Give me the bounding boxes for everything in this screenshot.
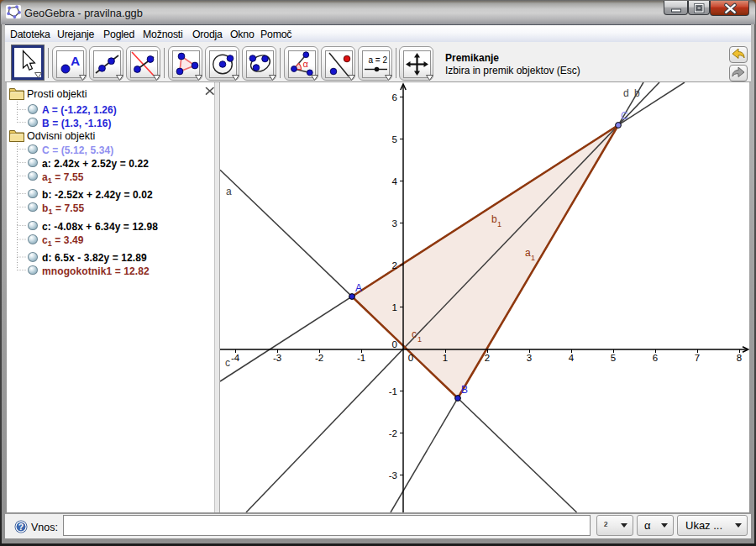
svg-text:c: c [225, 357, 230, 369]
svg-text:b: b [634, 87, 640, 99]
svg-text:-4: -4 [231, 353, 240, 363]
svg-text:8: 8 [737, 353, 742, 363]
svg-text:a = 2: a = 2 [369, 55, 388, 65]
svg-text:α: α [303, 59, 309, 69]
svg-text:B: B [461, 384, 468, 396]
svg-text:-1: -1 [357, 353, 365, 363]
svg-text:3: 3 [527, 353, 532, 363]
svg-text:2: 2 [485, 353, 490, 363]
svg-text:4: 4 [392, 176, 398, 186]
svg-text:-1: -1 [389, 386, 397, 396]
svg-text:A: A [71, 54, 80, 68]
svg-text:-3: -3 [273, 353, 281, 363]
svg-text:c: c [412, 328, 417, 340]
svg-text:b: b [491, 213, 497, 225]
svg-text:a: a [525, 247, 531, 259]
svg-text:1: 1 [531, 254, 535, 262]
svg-text:5: 5 [392, 134, 397, 144]
svg-text:d: d [623, 87, 629, 99]
svg-text:1: 1 [392, 302, 397, 312]
svg-text:0: 0 [392, 339, 397, 349]
svg-text:a: a [226, 186, 232, 197]
svg-text:5: 5 [611, 353, 616, 363]
svg-text:2: 2 [392, 260, 397, 270]
svg-text:4: 4 [569, 353, 575, 363]
svg-text:C: C [621, 110, 628, 122]
svg-text:1: 1 [497, 220, 501, 228]
svg-text:7: 7 [695, 353, 700, 363]
svg-text:1: 1 [417, 335, 422, 344]
svg-text:6: 6 [392, 92, 397, 102]
svg-text:-3: -3 [389, 470, 397, 480]
svg-text:1: 1 [443, 353, 448, 363]
svg-text:6: 6 [653, 353, 658, 363]
svg-text:A: A [355, 282, 362, 294]
svg-text:-2: -2 [315, 353, 323, 363]
svg-text:0: 0 [408, 353, 413, 363]
svg-text:-2: -2 [389, 428, 397, 438]
svg-text:?: ? [18, 522, 24, 532]
svg-text:3: 3 [392, 218, 397, 228]
